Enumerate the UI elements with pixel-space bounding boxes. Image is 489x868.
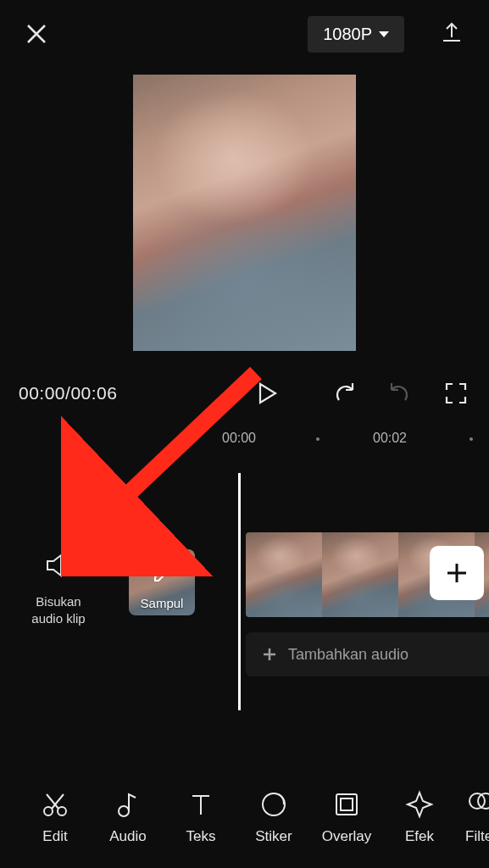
add-audio-label: Tambahkan audio — [288, 646, 408, 664]
fullscreen-button[interactable] — [442, 379, 470, 408]
clip-frame — [246, 532, 322, 617]
redo-button[interactable] — [384, 379, 413, 408]
add-audio-row[interactable]: Tambahkan audio — [246, 632, 489, 676]
ruler-dot — [316, 437, 320, 441]
close-button[interactable] — [24, 21, 49, 47]
header-bar: 1080P — [0, 0, 489, 68]
effects-tool[interactable]: Efek — [383, 789, 456, 845]
overlay-tool[interactable]: Overlay — [310, 789, 383, 845]
resolution-label: 1080P — [323, 25, 372, 44]
ruler-dot — [470, 437, 473, 441]
svg-rect-7 — [341, 798, 353, 810]
filter-tool[interactable]: Filter — [456, 789, 489, 845]
filter-icon — [466, 789, 489, 820]
svg-rect-6 — [336, 794, 357, 815]
cover-thumbnail: Sampul — [129, 549, 195, 615]
timeline-ruler[interactable]: 00:00 00:02 — [0, 426, 489, 456]
ruler-tick-1: 00:02 — [373, 431, 407, 446]
preview-area — [0, 68, 489, 368]
playhead[interactable] — [238, 473, 241, 710]
undo-button[interactable] — [331, 379, 360, 408]
mute-clip-button[interactable]: Bisukan audio klip — [20, 549, 97, 626]
add-clip-button[interactable] — [430, 546, 484, 600]
audio-tool[interactable]: Audio — [92, 789, 164, 845]
sticker-icon — [258, 789, 289, 820]
plus-icon — [261, 646, 278, 663]
timeline-area[interactable]: Bisukan audio klip Sampul Tambahkan audi… — [0, 473, 489, 727]
svg-point-4 — [119, 806, 129, 816]
cover-button[interactable]: Sampul — [124, 549, 200, 626]
sticker-tool[interactable]: Stiker — [237, 789, 310, 845]
edit-tool[interactable]: Edit — [19, 789, 92, 845]
text-tool[interactable]: Teks — [164, 789, 237, 845]
scissors-icon — [40, 789, 70, 820]
sparkle-icon — [404, 789, 435, 820]
clip-frame — [322, 532, 398, 617]
resolution-selector[interactable]: 1080P — [308, 16, 404, 53]
ruler-tick-0: 00:00 — [222, 431, 256, 446]
chevron-down-icon — [379, 31, 389, 37]
play-button[interactable] — [252, 379, 281, 408]
text-icon — [186, 789, 216, 820]
video-preview[interactable] — [133, 75, 356, 351]
export-button[interactable] — [438, 19, 465, 49]
pencil-icon — [153, 565, 171, 583]
bottom-toolbar: Edit Audio Teks Stiker Overlay Efek Filt… — [0, 766, 489, 868]
playback-controls: 00:00/00:06 — [0, 368, 489, 419]
time-display: 00:00/00:06 — [19, 383, 117, 403]
cover-label: Sampul — [141, 596, 184, 610]
mute-label: Bisukan audio klip — [20, 593, 97, 626]
plus-icon — [442, 559, 471, 587]
music-note-icon — [113, 789, 143, 820]
overlay-icon — [331, 789, 362, 820]
